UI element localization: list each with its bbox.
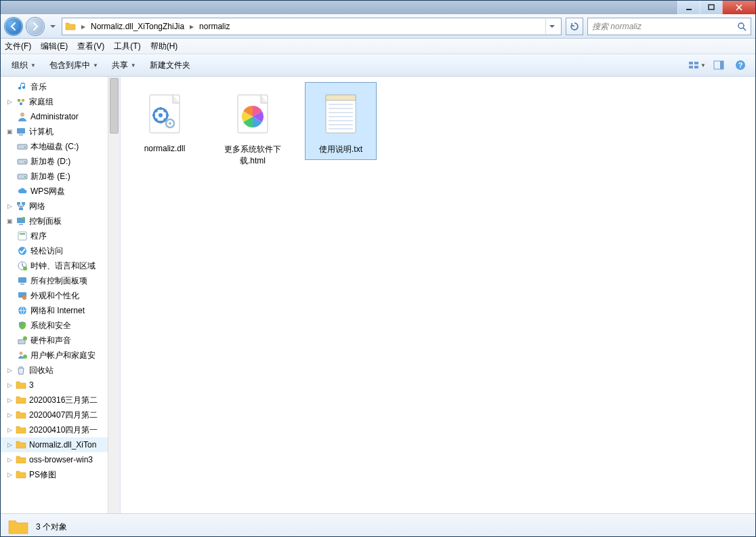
menu-tools[interactable]: 工具(T) (114, 41, 140, 52)
svg-rect-39 (19, 322, 22, 325)
svg-rect-15 (17, 128, 25, 134)
tree-item[interactable]: 硬件和声音 (1, 333, 120, 348)
tree-item[interactable]: ▷回收站 (1, 363, 120, 378)
search-box[interactable]: 搜索 normaliz (587, 18, 751, 35)
tree-item-label: 20200410四月第一 (29, 424, 98, 436)
help-button[interactable]: ? (731, 57, 750, 73)
expand-icon[interactable]: ▷ (6, 98, 13, 105)
scrollbar-thumb[interactable] (110, 78, 119, 134)
tree-item-label: 20200407四月第二 (29, 410, 98, 421)
include-library-button[interactable]: 包含到库中▼ (44, 57, 104, 74)
tree-item[interactable]: ▷oss-browser-win3 (1, 452, 120, 467)
tree-item[interactable]: 新加卷 (E:) (1, 169, 120, 184)
svg-point-37 (22, 296, 26, 300)
tree-item-label: 音乐 (30, 81, 47, 93)
file-item[interactable]: 更多系统软件下载.html (217, 82, 289, 172)
organize-label: 组织 (12, 60, 28, 71)
nav-history-dropdown[interactable] (48, 18, 58, 35)
breadcrumb-item[interactable]: normaliz (199, 22, 230, 31)
tree-item[interactable]: ▣控制面板 (1, 214, 120, 228)
svg-rect-30 (20, 233, 25, 235)
tree-item[interactable]: 外观和个性化 (1, 288, 120, 303)
address-bar[interactable]: ▸ Normaliz.dll_XiTongZhiJia ▸ normaliz (62, 18, 562, 35)
forward-button[interactable] (26, 18, 44, 35)
breadcrumb-item[interactable]: Normaliz.dll_XiTongZhiJia (91, 22, 184, 31)
tree-item[interactable]: ▷网络 (1, 199, 120, 214)
expand-icon[interactable]: ▷ (6, 397, 13, 403)
tree-item[interactable]: 系统和安全 (1, 318, 120, 333)
tree-item[interactable]: ▷20200410四月第一 (1, 422, 120, 437)
menu-file[interactable]: 文件(F) (5, 41, 31, 52)
tree-item[interactable]: ▷3 (1, 378, 120, 393)
menu-bar: 文件(F) 编辑(E) 查看(V) 工具(T) 帮助(H) (1, 39, 755, 54)
chevron-down-icon: ▼ (131, 62, 136, 68)
svg-point-22 (24, 176, 26, 178)
tree-item[interactable]: 时钟、语言和区域 (1, 258, 120, 273)
svg-rect-40 (18, 340, 25, 344)
tree-item[interactable]: ▷Normaliz.dll_XiTon (1, 437, 120, 452)
file-item[interactable]: normaliz.dll (129, 82, 201, 158)
menu-edit[interactable]: 编辑(E) (41, 41, 68, 52)
tree-item[interactable]: ▣计算机 (1, 124, 120, 139)
share-button[interactable]: 共享▼ (106, 57, 142, 74)
tree-item-label: PS修图 (29, 469, 56, 481)
tree-item[interactable]: ▷20200407四月第二 (1, 407, 120, 422)
file-list-pane[interactable]: normaliz.dll更多系统软件下载.html使用说明.txt (121, 77, 755, 513)
tree-item-label: 控制面板 (29, 216, 62, 227)
menu-help[interactable]: 帮助(H) (150, 41, 178, 52)
tree-item[interactable]: 轻松访问 (1, 243, 120, 258)
tree-item[interactable]: ▷PS修图 (1, 467, 120, 482)
new-folder-button[interactable]: 新建文件夹 (144, 57, 196, 74)
tree-item-label: 系统和安全 (30, 320, 71, 332)
back-button[interactable] (5, 18, 22, 35)
expand-icon[interactable]: ▷ (6, 426, 13, 433)
tree-item[interactable]: 程序 (1, 228, 120, 243)
tree-item-label: 家庭组 (29, 96, 54, 108)
tree-item[interactable]: ▷家庭组 (1, 94, 120, 109)
tree-item[interactable]: 音乐 (1, 79, 120, 94)
explorer-window: ▸ Normaliz.dll_XiTongZhiJia ▸ normaliz 搜… (0, 0, 756, 537)
tree-item[interactable]: 新加卷 (D:) (1, 154, 120, 169)
tree-item-label: 回收站 (29, 365, 54, 376)
tree-item[interactable]: 用户帐户和家庭安 (1, 348, 120, 363)
refresh-button[interactable] (566, 18, 583, 35)
search-icon (737, 22, 747, 31)
include-label: 包含到库中 (49, 60, 90, 71)
file-item[interactable]: 使用说明.txt (305, 82, 377, 160)
search-placeholder: 搜索 normaliz (592, 21, 737, 33)
expand-icon[interactable]: ▣ (6, 218, 13, 224)
tree-item[interactable]: ▷20200316三月第二 (1, 393, 120, 407)
preview-pane-button[interactable] (709, 57, 728, 73)
tree-item-label: 所有控制面板项 (30, 275, 87, 287)
expand-icon[interactable]: ▷ (6, 412, 13, 418)
menu-view[interactable]: 查看(V) (77, 41, 104, 52)
expand-icon[interactable]: ▣ (6, 128, 13, 135)
tree-item[interactable]: 网络和 Internet (1, 303, 120, 318)
svg-point-2 (738, 23, 744, 28)
svg-rect-1 (709, 5, 714, 9)
address-dropdown[interactable] (545, 19, 558, 34)
expand-icon[interactable]: ▷ (6, 382, 13, 389)
maximize-button[interactable] (700, 1, 722, 14)
expand-icon[interactable]: ▷ (6, 441, 13, 448)
svg-rect-5 (689, 66, 693, 68)
expand-icon[interactable]: ▷ (6, 471, 13, 478)
svg-point-13 (20, 102, 22, 105)
chevron-down-icon: ▼ (30, 62, 36, 68)
tree-item[interactable]: 本地磁盘 (C:) (1, 139, 120, 154)
chevron-down-icon: ▼ (700, 62, 706, 68)
expand-icon[interactable]: ▷ (6, 367, 13, 374)
organize-button[interactable]: 组织▼ (6, 57, 41, 74)
svg-rect-25 (19, 207, 23, 210)
expand-icon[interactable]: ▷ (6, 456, 13, 463)
tree-item[interactable]: WPS网盘 (1, 184, 120, 199)
svg-rect-16 (19, 134, 23, 136)
minimize-button[interactable] (677, 1, 700, 14)
tree-item[interactable]: Administrator (1, 109, 120, 124)
view-options-button[interactable]: ▼ (688, 57, 707, 73)
close-button[interactable] (722, 1, 755, 14)
view-icon (688, 60, 700, 70)
sidebar-scrollbar[interactable] (108, 77, 120, 513)
tree-item[interactable]: 所有控制面板项 (1, 273, 120, 288)
expand-icon[interactable]: ▷ (6, 203, 13, 210)
